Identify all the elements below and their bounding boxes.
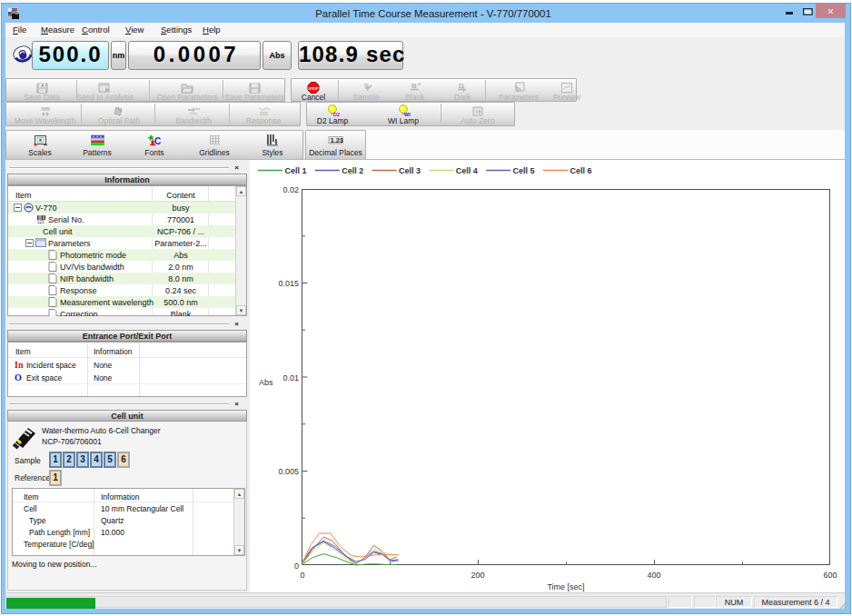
svg-text:600: 600 (823, 571, 837, 580)
svg-text:B: B (411, 82, 417, 90)
svg-text:Cell 1: Cell 1 (284, 166, 306, 175)
svg-text:C: C (154, 136, 161, 146)
svg-text:STOP: STOP (309, 86, 319, 91)
svg-text:0: 0 (300, 571, 304, 580)
svg-text:400: 400 (647, 571, 660, 580)
svg-text:0.01: 0.01 (282, 373, 299, 383)
svg-text:0.005: 0.005 (278, 467, 299, 476)
svg-text:nm: nm (41, 105, 50, 112)
svg-text:Cell 3: Cell 3 (399, 166, 421, 175)
svg-text:Cell 4: Cell 4 (456, 166, 478, 175)
svg-text:Cell 5: Cell 5 (513, 166, 535, 175)
svg-text:123: 123 (37, 220, 45, 224)
svg-text:0.015: 0.015 (278, 279, 299, 288)
svg-text:Cell 6: Cell 6 (570, 166, 591, 175)
svg-text:200: 200 (471, 571, 484, 580)
svg-text:1.23: 1.23 (330, 136, 343, 144)
svg-text:Cell 2: Cell 2 (342, 166, 363, 175)
svg-text:0: 0 (294, 561, 299, 571)
svg-text:Abs: Abs (259, 378, 273, 387)
svg-text:0.02: 0.02 (282, 185, 299, 194)
svg-text:Time [sec]: Time [sec] (547, 582, 584, 591)
